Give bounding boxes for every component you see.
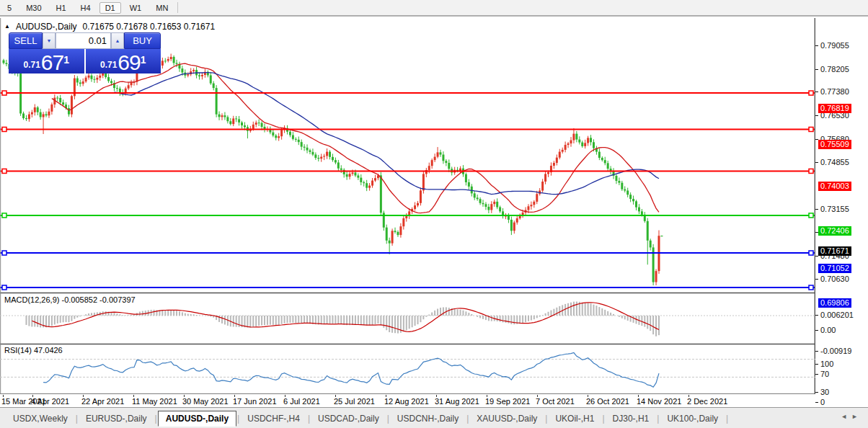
- symbol-tab-uk100-[interactable]: UK100-,Daily: [660, 411, 725, 426]
- line-price-badge: 0.74003: [818, 182, 851, 191]
- tab-scroll-arrows[interactable]: ◄►: [841, 413, 862, 420]
- symbol-tab-audusd-[interactable]: AUDUSD-,Daily: [158, 411, 236, 427]
- tab-separator: |: [726, 414, 728, 424]
- price-axis[interactable]: 0.790550.782050.773800.765300.756800.748…: [815, 18, 868, 411]
- timeframe-button-5[interactable]: 5: [1, 2, 17, 14]
- date-label: 14 Nov 2021: [637, 397, 681, 406]
- tab-separator: |: [545, 414, 547, 424]
- rsi-tick-label: 30: [815, 388, 829, 396]
- buy-button[interactable]: BUY: [124, 32, 161, 49]
- tab-separator: |: [155, 414, 157, 424]
- price-tick-label: 0.77380: [815, 87, 849, 96]
- rsi-indicator-label: RSI(14) 47.0426: [4, 346, 63, 355]
- date-label: 19 Sep 2021: [485, 397, 530, 406]
- volume-decrease-button[interactable]: ▼: [43, 32, 56, 49]
- buy-price-display[interactable]: 0.71 69 1: [86, 49, 161, 73]
- price-tick-label: 0.78205: [815, 65, 849, 73]
- buy-price-prefix: 0.71: [100, 60, 117, 70]
- collapse-panel-icon[interactable]: ▲: [4, 23, 10, 30]
- date-label: 6 Jul 2021: [283, 397, 320, 406]
- date-label: 26 Oct 2021: [586, 397, 629, 406]
- macd-indicator-label: MACD(12,26,9) -0.005852 -0.007397: [4, 295, 136, 304]
- timeframe-button-h4[interactable]: H4: [75, 2, 97, 14]
- chart-symbol-period: AUDUSD-,Daily: [16, 22, 77, 32]
- macd-tick-label: -0.00919: [815, 347, 851, 355]
- buy-price-big: 69: [118, 53, 140, 72]
- sell-button[interactable]: SELL: [9, 32, 43, 49]
- chart-window: ▲ AUDUSD-,Daily 0.71675 0.71678 0.71653 …: [0, 16, 868, 407]
- date-label: 4 Apr 2021: [31, 397, 69, 406]
- tab-separator: |: [657, 414, 659, 424]
- symbol-tab-xauusd-[interactable]: XAUUSD-,Daily: [469, 411, 544, 426]
- date-label: 7 Oct 2021: [536, 397, 575, 406]
- macd-tick-label: 0.006201: [815, 311, 854, 319]
- price-tick-label: 0.73155: [815, 205, 849, 213]
- tab-separator: |: [387, 414, 389, 424]
- rsi-tick-label: 70: [815, 370, 829, 378]
- volume-input[interactable]: 0.01: [56, 32, 111, 49]
- date-label: 25 Jul 2021: [334, 397, 375, 406]
- tab-separator: |: [308, 414, 310, 424]
- tab-separator: |: [76, 414, 78, 424]
- rsi-tick-label: 0: [815, 398, 825, 406]
- symbol-tab-usdcnh-[interactable]: USDCNH-,Daily: [390, 411, 466, 426]
- volume-increase-button[interactable]: ▲: [111, 32, 124, 49]
- timeframe-button-w1[interactable]: W1: [124, 2, 148, 14]
- tab-separator: |: [602, 414, 604, 424]
- date-label: 12 Aug 2021: [384, 397, 429, 406]
- mt4-window: 5M30H1H4D1W1MN ▲ AUDUSD-,Daily 0.71675 0…: [0, 0, 868, 428]
- date-label: 17 Jun 2021: [233, 397, 277, 406]
- line-price-badge: 0.72406: [818, 226, 851, 236]
- rsi-tick-label: 100: [815, 360, 833, 368]
- date-label: 30 May 2021: [182, 397, 229, 406]
- chart-title: ▲ AUDUSD-,Daily 0.71675 0.71678 0.71653 …: [4, 22, 215, 32]
- sell-price-prefix: 0.71: [23, 60, 40, 70]
- current-price-badge: 0.71671: [818, 246, 851, 256]
- date-label: 22 Apr 2021: [81, 397, 124, 406]
- chart-ohlc-values: 0.71675 0.71678 0.71653 0.71671: [83, 22, 216, 32]
- symbol-tab-usdx[interactable]: USDX,Weekly: [6, 411, 75, 426]
- line-price-badge: 0.69806: [818, 298, 851, 308]
- one-click-trade-panel: SELL ▼ 0.01 ▲ BUY 0.71 67 1 0.71 69 1: [9, 32, 161, 73]
- toolbar-separator: [177, 2, 178, 13]
- timeframe-button-mn[interactable]: MN: [150, 2, 174, 14]
- line-price-badge: 0.75509: [818, 140, 851, 149]
- sell-price-display[interactable]: 0.71 67 1: [9, 49, 84, 73]
- price-tick-label: 0.70630: [815, 275, 849, 283]
- date-label: 31 Aug 2021: [435, 397, 479, 406]
- sell-price-big: 67: [41, 53, 63, 72]
- sell-price-pip: 1: [63, 56, 69, 63]
- symbol-tab-ukoil-[interactable]: UKOil-,H1: [548, 411, 601, 426]
- timeframe-button-m30[interactable]: M30: [20, 2, 47, 14]
- date-label: 11 May 2021: [132, 397, 177, 406]
- timeframe-toolbar: 5M30H1H4D1W1MN: [0, 0, 868, 16]
- line-price-badge: 0.76819: [818, 104, 851, 113]
- buy-price-pip: 1: [141, 56, 146, 63]
- timeframe-button-d1[interactable]: D1: [99, 2, 121, 14]
- date-axis[interactable]: 15 Mar 20214 Apr 202122 Apr 202111 May 2…: [0, 395, 815, 407]
- symbol-tab-eurusd-[interactable]: EURUSD-,Daily: [79, 411, 154, 426]
- date-label: 2 Dec 2021: [687, 397, 727, 406]
- price-tick-label: 0.74855: [815, 158, 849, 166]
- symbol-tab-bar: USDX,Weekly|EURUSD-,Daily|AUDUSD-,Daily|…: [0, 407, 868, 428]
- timeframe-button-h1[interactable]: H1: [50, 2, 72, 14]
- macd-tick-label: 0.00: [815, 326, 836, 334]
- symbol-tab-usdchf-[interactable]: USDCHF-,H4: [240, 411, 307, 426]
- symbol-tab-usdcad-[interactable]: USDCAD-,Daily: [311, 411, 386, 426]
- symbol-tab-dj30-[interactable]: DJ30-,H1: [606, 411, 657, 426]
- price-tick-label: 0.79055: [815, 41, 849, 50]
- tab-separator: |: [466, 414, 469, 424]
- tab-separator: |: [237, 414, 239, 424]
- line-price-badge: 0.71052: [818, 264, 851, 273]
